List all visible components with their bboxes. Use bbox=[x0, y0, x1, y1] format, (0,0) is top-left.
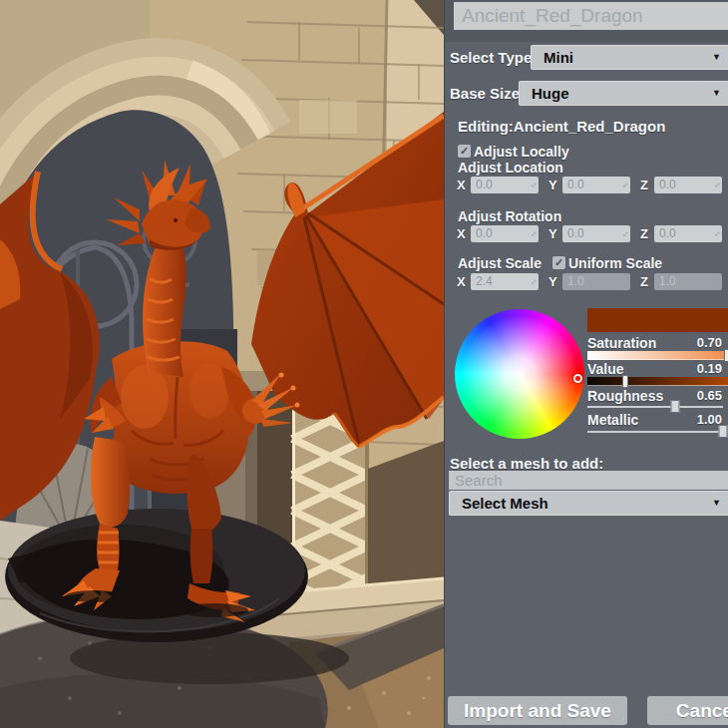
mini-name-input[interactable] bbox=[454, 2, 728, 30]
scale-row: X 2.4 ↕ Y 1.0 Z 1.0 bbox=[445, 273, 728, 291]
scene-render bbox=[0, 0, 444, 728]
drag-spinner-icon[interactable]: ↕ bbox=[620, 229, 630, 239]
mini-editor-panel: Select Type: Mini ▼ Base Size: Huge ▼ Ed… bbox=[444, 0, 728, 728]
viewport-3d[interactable] bbox=[0, 0, 444, 728]
select-type-dropdown[interactable]: Mini bbox=[531, 45, 728, 70]
metallic-value: 1.00 bbox=[672, 412, 722, 427]
metallic-label: Metallic bbox=[587, 412, 638, 428]
editing-label: Editing:Ancient_Red_Dragon bbox=[458, 118, 665, 135]
rotation-row: X 0.0 ↕ Y 0.0 ↕ Z 0.0 ↕ bbox=[445, 225, 728, 243]
adjust-scale-label: Adjust Scale bbox=[458, 255, 542, 271]
drag-spinner-icon[interactable]: ↕ bbox=[712, 181, 722, 190]
scale-z-value: 1.0 bbox=[659, 274, 676, 288]
rotation-x-value: 0.0 bbox=[476, 226, 493, 240]
drag-spinner-icon[interactable]: ↕ bbox=[529, 181, 539, 190]
color-wheel[interactable] bbox=[455, 309, 584, 439]
axis-y-label: Y bbox=[548, 274, 557, 289]
axis-x-label: X bbox=[457, 226, 466, 241]
roughness-label: Roughness bbox=[587, 388, 663, 404]
value-slider[interactable] bbox=[587, 377, 728, 386]
select-mesh-dropdown[interactable]: Select Mesh bbox=[449, 491, 728, 516]
location-z-field[interactable]: 0.0 ↕ bbox=[654, 177, 722, 193]
scale-x-field[interactable]: 2.4 ↕ bbox=[471, 273, 539, 290]
adjust-locally-checkbox[interactable]: ✓ bbox=[458, 145, 471, 158]
saturation-slider[interactable] bbox=[587, 351, 728, 360]
scale-y-value: 1.0 bbox=[567, 274, 584, 288]
scale-x-value: 2.4 bbox=[476, 274, 493, 288]
drag-spinner-icon[interactable]: ↕ bbox=[712, 229, 722, 239]
metallic-slider-handle[interactable] bbox=[719, 425, 728, 438]
select-mesh-section-label: Select a mesh to add: bbox=[450, 455, 603, 472]
import-and-save-button[interactable]: Import and Save bbox=[448, 696, 627, 725]
select-type-label: Select Type: bbox=[450, 49, 537, 66]
uniform-scale-checkbox[interactable]: ✓ bbox=[552, 256, 565, 269]
value-slider-handle[interactable] bbox=[622, 375, 628, 388]
location-x-value: 0.0 bbox=[476, 178, 493, 191]
rotation-y-value: 0.0 bbox=[567, 226, 584, 240]
roughness-slider[interactable] bbox=[587, 406, 723, 408]
location-z-value: 0.0 bbox=[659, 178, 676, 191]
color-wheel-selector[interactable] bbox=[573, 374, 582, 383]
color-swatch bbox=[587, 308, 728, 332]
uniform-scale-label: Uniform Scale bbox=[568, 255, 662, 271]
cancel-button[interactable]: Cancel bbox=[647, 696, 728, 725]
axis-x-label: X bbox=[457, 274, 466, 289]
axis-z-label: Z bbox=[640, 178, 648, 192]
base-size-dropdown[interactable]: Huge bbox=[519, 81, 728, 106]
drag-spinner-icon[interactable]: ↕ bbox=[529, 229, 539, 239]
light-grade bbox=[0, 0, 444, 728]
location-row: X 0.0 ↕ Y 0.0 ↕ Z 0.0 ↕ bbox=[445, 177, 728, 194]
value-value: 0.19 bbox=[672, 361, 722, 376]
scale-y-field: 1.0 bbox=[562, 273, 630, 290]
adjust-locally-label: Adjust Locally bbox=[474, 144, 569, 160]
drag-spinner-icon[interactable]: ↕ bbox=[529, 277, 539, 287]
value-label: Value bbox=[587, 361, 624, 377]
location-y-value: 0.0 bbox=[567, 178, 584, 191]
location-x-field[interactable]: 0.0 ↕ bbox=[471, 177, 539, 193]
scale-z-field: 1.0 bbox=[654, 273, 722, 290]
axis-z-label: Z bbox=[640, 226, 648, 241]
check-icon: ✓ bbox=[460, 145, 469, 157]
saturation-value: 0.70 bbox=[672, 335, 722, 350]
location-y-field[interactable]: 0.0 ↕ bbox=[562, 177, 630, 193]
axis-x-label: X bbox=[457, 178, 466, 192]
rotation-z-value: 0.0 bbox=[659, 226, 676, 240]
drag-spinner-icon[interactable]: ↕ bbox=[620, 181, 630, 190]
saturation-slider-handle[interactable] bbox=[724, 349, 728, 362]
axis-y-label: Y bbox=[548, 226, 557, 241]
adjust-location-label: Adjust Location bbox=[458, 160, 563, 176]
adjust-rotation-label: Adjust Rotation bbox=[458, 208, 561, 224]
axis-z-label: Z bbox=[640, 274, 648, 289]
saturation-label: Saturation bbox=[587, 335, 656, 351]
axis-y-label: Y bbox=[548, 178, 557, 192]
rotation-z-field[interactable]: 0.0 ↕ bbox=[654, 225, 722, 242]
check-icon: ✓ bbox=[554, 256, 563, 268]
mesh-search-input[interactable] bbox=[449, 471, 728, 490]
metallic-slider[interactable] bbox=[587, 431, 723, 433]
rotation-y-field[interactable]: 0.0 ↕ bbox=[562, 225, 630, 242]
base-size-label: Base Size: bbox=[450, 85, 525, 102]
rotation-x-field[interactable]: 0.0 ↕ bbox=[471, 225, 539, 242]
